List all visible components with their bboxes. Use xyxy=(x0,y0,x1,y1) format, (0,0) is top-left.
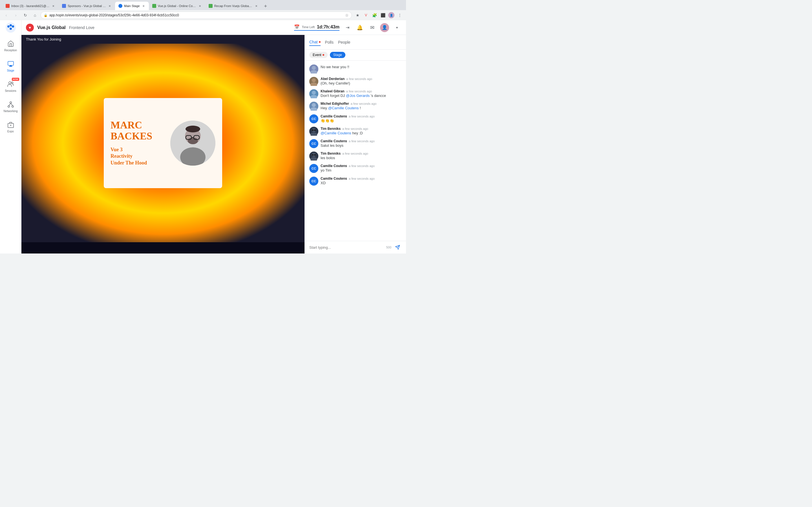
svg-point-8 xyxy=(9,82,11,84)
expo-icon xyxy=(7,121,15,129)
chat-time: a few seconds ago xyxy=(346,77,372,80)
chat-text: 👏👏👏 xyxy=(320,118,402,123)
svg-rect-5 xyxy=(8,61,13,65)
tab-mainstage[interactable]: Main Stage ✕ xyxy=(115,2,149,10)
svg-point-33 xyxy=(312,91,316,95)
time-left-container: 📅 Time Left 1d:7h:43m xyxy=(294,24,340,31)
browser-toolbar: ‹ › ↻ ⌂ 🔒 app.hopin.to/events/vuejs-glob… xyxy=(0,10,406,20)
email-icon-button[interactable]: ✉ xyxy=(368,23,377,32)
chat-message: CC Camille Coutens a few seconds ago XD xyxy=(305,175,406,187)
menu-button[interactable]: ⋮ xyxy=(396,11,404,19)
tab-title-vuejsglobal: Vue.js Global - Online Confere... xyxy=(158,4,196,8)
bookmark-icon[interactable]: ★ xyxy=(354,11,361,19)
svg-point-36 xyxy=(312,103,316,107)
tab-close-mainstage[interactable]: ✕ xyxy=(142,4,146,8)
chat-mention[interactable]: @Camille Coutens xyxy=(320,131,351,135)
sidebar-item-networking[interactable]: Networking xyxy=(1,97,20,116)
chat-username: Camille Coutens xyxy=(320,114,347,118)
sessions-label: Sessions xyxy=(5,89,16,93)
tab-recap[interactable]: Recap From Vuejs Global 2020... ✕ xyxy=(205,2,262,10)
bottom-bar xyxy=(21,242,305,253)
chat-content: No we hear you !! xyxy=(320,64,402,69)
cast-icon[interactable]: ⬛ xyxy=(379,11,387,19)
app-header: ♥ Vue.js Global Frontend Love 📅 Time Lef… xyxy=(21,20,406,35)
right-panel: Chat Polls People Event xyxy=(305,35,406,253)
tab-title-sponsors: Sponsors - Vue.js Global - Onl... xyxy=(68,4,106,8)
svg-point-27 xyxy=(312,66,316,70)
panel-tabs: Chat Polls People xyxy=(305,35,406,50)
presentation-title: Vue 3ReactivityUnder The Hood xyxy=(110,147,166,166)
chat-avatar: CC xyxy=(309,177,318,186)
chat-header-row: Khaleel Gibran a few seconds ago xyxy=(320,89,402,93)
chat-text: yo Tim xyxy=(320,168,402,173)
browser-chrome: Inbox (3) - laurandidi21@gmai... ✕ Spons… xyxy=(0,0,406,20)
reload-button[interactable]: ↻ xyxy=(21,11,29,19)
chat-message: Michel Edighoffer a few seconds ago Hey … xyxy=(305,100,406,112)
sidebar-item-expo[interactable]: Expo xyxy=(1,117,20,136)
chat-avatar xyxy=(309,64,318,73)
tab-favicon-sponsors xyxy=(62,4,66,8)
chat-time: a few seconds ago xyxy=(349,177,375,180)
chat-messages[interactable]: No we hear you !! Abel Derderian a few s… xyxy=(305,61,406,241)
chat-header-row: Tim Benniks a few seconds ago xyxy=(320,152,402,156)
stage-icon xyxy=(7,60,15,68)
event-subtitle: Frontend Love xyxy=(69,25,94,30)
chat-avatar xyxy=(309,127,318,136)
sidebar-item-reception[interactable]: Reception xyxy=(1,36,20,55)
reception-label: Reception xyxy=(4,49,17,52)
chat-message: No we hear you !! xyxy=(305,63,406,75)
chat-username: Abel Derderian xyxy=(320,77,345,81)
tab-close-recap[interactable]: ✕ xyxy=(254,4,258,8)
home-button[interactable]: ⌂ xyxy=(31,11,39,19)
chat-filter-bar: Event Stage xyxy=(305,50,406,61)
star-icon[interactable]: ☆ xyxy=(345,13,349,17)
presenter-name: MARCBACKES xyxy=(110,120,166,142)
sidebar: Reception Stage xyxy=(0,20,21,253)
exit-button[interactable]: ⇥ xyxy=(343,23,352,32)
send-button[interactable] xyxy=(394,243,402,251)
chat-message: Khaleel Gibran a few seconds ago Don't f… xyxy=(305,88,406,100)
tab-polls[interactable]: Polls xyxy=(325,39,334,46)
bell-icon-button[interactable]: 🔔 xyxy=(355,23,364,32)
back-button[interactable]: ‹ xyxy=(2,11,10,19)
svg-rect-47 xyxy=(312,154,313,156)
forward-button[interactable]: › xyxy=(12,11,20,19)
chat-mention[interactable]: @Jos Gerards xyxy=(346,94,370,98)
app-container: Reception Stage xyxy=(0,20,406,253)
chat-input[interactable] xyxy=(309,245,384,249)
reception-icon xyxy=(7,40,15,48)
tab-favicon-gmail xyxy=(6,4,10,8)
user-avatar[interactable]: 👤 xyxy=(380,23,389,32)
address-bar[interactable]: 🔒 app.hopin.to/events/vuejs-global-2020/… xyxy=(41,11,352,19)
tab-chat[interactable]: Chat xyxy=(309,39,320,46)
tab-gmail[interactable]: Inbox (3) - laurandidi21@gmai... ✕ xyxy=(2,2,59,10)
new-tab-button[interactable]: + xyxy=(262,2,269,10)
chat-mention[interactable]: @Camille Coutens xyxy=(328,106,359,110)
filter-event-button[interactable]: Event xyxy=(309,52,327,58)
vivaldi-icon[interactable]: V xyxy=(362,11,370,19)
chat-content: Michel Edighoffer a few seconds ago Hey … xyxy=(320,102,402,111)
tab-people[interactable]: People xyxy=(338,39,350,46)
sidebar-item-sessions-wrapper[interactable]: Sessions NOW xyxy=(1,76,20,96)
tab-title-recap: Recap From Vuejs Global 2020... xyxy=(214,4,253,8)
tab-vuejs-global[interactable]: Vue.js Global - Online Confere... ✕ xyxy=(149,2,205,10)
tab-close-vuejsglobal[interactable]: ✕ xyxy=(198,4,202,8)
tab-close-gmail[interactable]: ✕ xyxy=(51,4,55,8)
chat-content: Camille Coutens a few seconds ago Salut … xyxy=(320,139,402,148)
tab-close-sponsors[interactable]: ✕ xyxy=(108,4,112,8)
svg-point-1 xyxy=(7,25,10,27)
networking-label: Networking xyxy=(3,110,17,113)
chat-header-row: Abel Derderian a few seconds ago xyxy=(320,77,402,81)
svg-point-21 xyxy=(188,137,198,144)
chat-time: a few seconds ago xyxy=(346,90,372,93)
dropdown-chevron[interactable]: ▾ xyxy=(393,23,402,32)
extensions-icon[interactable]: 🧩 xyxy=(370,11,378,19)
main-wrapper: ♥ Vue.js Global Frontend Love 📅 Time Lef… xyxy=(21,20,406,253)
tab-sponsors[interactable]: Sponsors - Vue.js Global - Onl... ✕ xyxy=(59,2,115,10)
filter-stage-button[interactable]: Stage xyxy=(330,52,345,58)
char-count: 500 xyxy=(386,245,391,249)
event-dot xyxy=(322,54,324,56)
user-profile-icon[interactable]: 👤 xyxy=(388,11,395,19)
chat-header-row: Camille Coutens a few seconds ago xyxy=(320,177,402,180)
sidebar-item-stage[interactable]: Stage xyxy=(1,56,20,75)
